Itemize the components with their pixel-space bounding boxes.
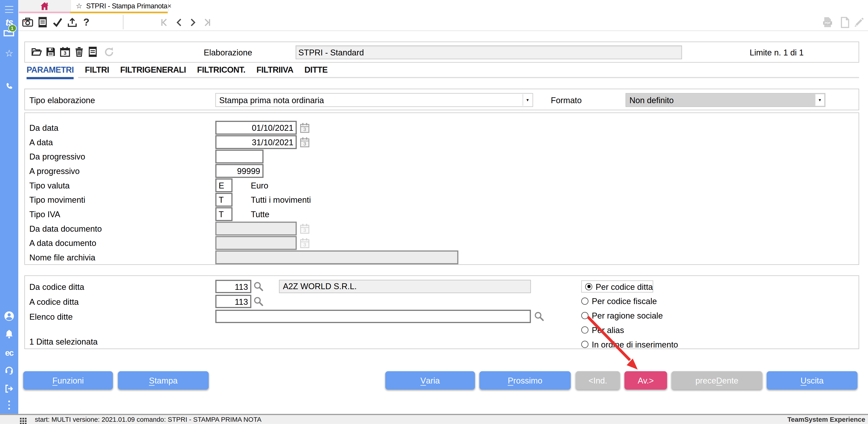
radio-per-ragione-sociale[interactable]: Per ragione sociale bbox=[581, 309, 663, 321]
a-data-documento-input bbox=[215, 236, 297, 250]
elaboration-type-box: Tipo elaborazione Stampa prima nota ordi… bbox=[24, 89, 859, 110]
avanti-button[interactable]: Av.> bbox=[624, 371, 667, 390]
precedente-button[interactable]: preceDente bbox=[672, 371, 763, 390]
radio-dot bbox=[585, 283, 592, 290]
a-progressivo-input[interactable] bbox=[215, 164, 264, 178]
export-pdf-icon[interactable]: PDF bbox=[822, 16, 834, 29]
refresh-icon[interactable] bbox=[103, 47, 115, 58]
radio-dot bbox=[581, 312, 588, 319]
tipo-movimenti-label: Tipo movimenti bbox=[29, 193, 86, 206]
uscita-button[interactable]: Uscita bbox=[767, 371, 858, 390]
nome-file-archivia-label: Nome file archivia bbox=[29, 251, 95, 264]
open-folder-icon[interactable] bbox=[31, 47, 42, 57]
a-data-documento-label: A data documento bbox=[29, 236, 96, 250]
elaboration-input[interactable] bbox=[296, 46, 682, 59]
menu-icon[interactable] bbox=[0, 5, 18, 14]
da-data-input[interactable] bbox=[215, 121, 297, 135]
notifications-bell-icon[interactable] bbox=[0, 328, 18, 340]
tipo-iva-desc: Tutte bbox=[251, 207, 269, 221]
help-icon[interactable]: ? bbox=[80, 16, 92, 29]
favorite-star-icon[interactable]: ☆ bbox=[76, 2, 83, 10]
tipo-valuta-input[interactable] bbox=[215, 178, 232, 192]
varia-button[interactable]: Varia bbox=[385, 371, 475, 390]
home-tab[interactable] bbox=[19, 0, 70, 11]
tipo-iva-input[interactable] bbox=[215, 207, 232, 221]
radio-per-codice-ditta[interactable]: Per codice ditta bbox=[581, 280, 653, 292]
tab-filtriiva[interactable]: FILTRIIVA bbox=[256, 65, 293, 79]
a-codice-ditta-input[interactable] bbox=[215, 295, 251, 308]
tipo-elaborazione-select[interactable]: Stampa prima nota ordinaria ▼ bbox=[215, 93, 533, 107]
nav-previous-icon[interactable] bbox=[173, 16, 185, 29]
delete-trash-icon[interactable] bbox=[74, 47, 84, 57]
radio-dot bbox=[581, 340, 588, 348]
da-codice-ditta-input[interactable] bbox=[215, 280, 251, 293]
tab-title: STPRI - Stampa Primanota bbox=[86, 2, 167, 10]
confirm-check-icon[interactable] bbox=[52, 16, 64, 29]
tab-filtri[interactable]: FILTRI bbox=[85, 65, 109, 79]
tab-ditte[interactable]: DITTE bbox=[305, 65, 328, 79]
notification-count-badge: 1 bbox=[8, 24, 17, 32]
elenco-ditte-input[interactable] bbox=[215, 310, 531, 323]
search-icon[interactable] bbox=[253, 281, 264, 292]
tipo-valuta-desc: Euro bbox=[251, 178, 268, 192]
svg-text:PDF: PDF bbox=[825, 21, 831, 25]
radio-in-ordine-di-inserimento[interactable]: In ordine di inserimento bbox=[581, 338, 678, 350]
user-profile-icon[interactable] bbox=[0, 310, 18, 322]
more-options-icon[interactable] bbox=[0, 400, 18, 411]
tab-filtrigenerali[interactable]: FILTRIGENERALI bbox=[120, 65, 186, 79]
a-data-input[interactable] bbox=[215, 135, 297, 149]
nav-last-icon[interactable] bbox=[202, 16, 214, 29]
active-tab-underline bbox=[70, 11, 168, 13]
chevron-down-icon[interactable]: ▼ bbox=[523, 94, 532, 106]
print-list-icon[interactable] bbox=[37, 16, 49, 29]
exit-logout-icon[interactable] bbox=[0, 383, 18, 395]
print-document-icon[interactable] bbox=[89, 47, 97, 57]
home-tab-underline bbox=[19, 11, 70, 13]
application-window: ts 1 ☆ ec bbox=[0, 0, 868, 424]
tab-parametri[interactable]: PARAMETRI bbox=[27, 65, 74, 79]
svg-text:3: 3 bbox=[303, 242, 306, 248]
phone-icon[interactable] bbox=[0, 80, 18, 91]
calendar-icon[interactable]: 3 bbox=[60, 47, 70, 57]
elaboration-header-box: 3 bbox=[24, 41, 859, 63]
tab-filtricont[interactable]: FILTRICONT. bbox=[197, 65, 246, 79]
company-name-field: A2Z WORLD S.R.L. bbox=[279, 280, 531, 293]
calendar-picker-icon[interactable]: 3 bbox=[300, 122, 309, 133]
new-document-icon[interactable] bbox=[839, 16, 851, 29]
export-upload-icon[interactable] bbox=[66, 16, 78, 29]
radio-dot bbox=[581, 297, 588, 305]
edit-pencil-icon[interactable] bbox=[853, 16, 865, 29]
home-icon bbox=[40, 1, 49, 10]
ec-logo-icon[interactable]: ec bbox=[0, 347, 18, 358]
svg-text:3: 3 bbox=[303, 227, 306, 233]
indietro-button[interactable]: <Ind. bbox=[576, 371, 620, 390]
formato-select[interactable]: Non definito ▼ bbox=[625, 93, 825, 107]
main-toolbar: ? PDF bbox=[18, 13, 868, 31]
support-headset-icon[interactable] bbox=[0, 364, 18, 376]
tab-bar: ☆ STPRI - Stampa Primanota × bbox=[18, 0, 868, 13]
chevron-down-icon[interactable]: ▼ bbox=[815, 94, 825, 106]
calendar-picker-icon[interactable]: 3 bbox=[300, 137, 309, 147]
favorites-star-icon[interactable]: ☆ bbox=[0, 48, 18, 59]
radio-per-codice-fiscale[interactable]: Per codice fiscale bbox=[581, 295, 657, 307]
nav-first-icon[interactable] bbox=[158, 16, 170, 29]
active-document-tab[interactable]: ☆ STPRI - Stampa Primanota × bbox=[70, 0, 169, 11]
funzioni-button[interactable]: Funzioni bbox=[23, 371, 113, 390]
search-icon[interactable] bbox=[534, 311, 545, 322]
svg-text:3: 3 bbox=[303, 141, 306, 147]
left-sidebar: ts 1 ☆ ec bbox=[0, 0, 18, 414]
stampa-button[interactable]: Stampa bbox=[118, 371, 209, 390]
screenshot-camera-icon[interactable] bbox=[22, 16, 34, 29]
tipo-movimenti-input[interactable] bbox=[215, 193, 232, 206]
folder-notifications-icon[interactable]: 1 bbox=[0, 26, 18, 37]
da-data-label: Da data bbox=[29, 121, 59, 135]
grid-menu-icon[interactable] bbox=[20, 416, 26, 424]
prossimo-button[interactable]: Prossimo bbox=[479, 371, 571, 390]
tipo-elaborazione-label: Tipo elaborazione bbox=[29, 93, 95, 107]
close-tab-icon[interactable]: × bbox=[167, 2, 172, 10]
save-floppy-icon[interactable] bbox=[45, 47, 56, 57]
radio-per-alias[interactable]: Per alias bbox=[581, 323, 624, 336]
search-icon[interactable] bbox=[253, 296, 264, 307]
da-progressivo-input[interactable] bbox=[215, 149, 264, 163]
nav-next-icon[interactable] bbox=[187, 16, 199, 29]
